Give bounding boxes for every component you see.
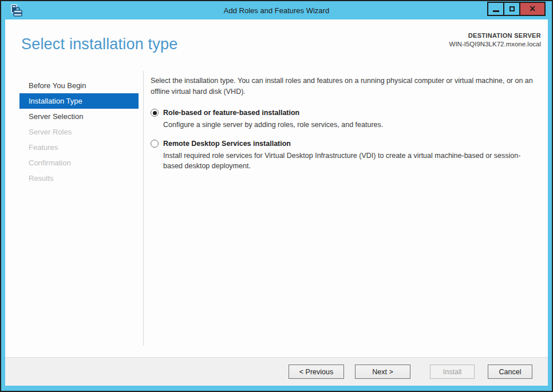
title-bar: Add Roles and Features Wizard × [5,1,548,19]
sidebar-item-installation-type[interactable]: Installation Type [19,93,139,109]
option-remote-desktop-description: Install required role services for Virtu… [163,151,536,171]
option-role-based: Role-based or feature-based installation… [151,109,536,130]
option-remote-desktop: Remote Desktop Services installation Ins… [151,140,536,171]
destination-server-block: DESTINATION SERVER WIN-I5QI9N3LK72.mxone… [449,30,541,47]
close-button[interactable]: × [519,2,546,16]
option-remote-desktop-label: Remote Desktop Services installation [163,140,291,148]
wizard-main: Before You Begin Installation Type Serve… [5,71,548,357]
minimize-button[interactable] [487,2,504,16]
install-button: Install [430,365,475,379]
cancel-button[interactable]: Cancel [488,365,532,379]
previous-button[interactable]: < Previous [289,365,344,379]
sidebar-item-server-selection[interactable]: Server Selection [19,109,139,124]
wizard-steps-sidebar: Before You Begin Installation Type Serve… [5,71,144,346]
radio-role-based[interactable] [151,109,159,117]
destination-server-name: WIN-I5QI9N3LK72.mxone.local [449,41,541,47]
server-manager-icon [9,3,23,18]
next-button[interactable]: Next > [355,365,410,379]
page-title: Select installation type [21,35,177,53]
step-content: Select the installation type. You can in… [144,71,548,357]
option-remote-desktop-row[interactable]: Remote Desktop Services installation [151,140,536,148]
window-title: Add Roles and Features Wizard [5,1,548,19]
maximize-icon [509,6,515,11]
sidebar-item-server-roles: Server Roles [19,124,139,140]
option-role-based-label: Role-based or feature-based installation [163,109,299,117]
destination-server-label: DESTINATION SERVER [449,32,541,39]
wizard-header: Select installation type DESTINATION SER… [5,19,548,71]
minimize-icon [493,10,499,12]
sidebar-item-features: Features [19,140,139,155]
step-intro-text: Select the installation type. You can in… [151,76,536,97]
radio-selected-dot [153,111,157,115]
close-icon: × [529,5,536,13]
radio-remote-desktop[interactable] [151,140,159,148]
wizard-footer: < Previous Next > Install Cancel [5,357,548,386]
sidebar-item-confirmation: Confirmation [19,155,139,171]
option-role-based-row[interactable]: Role-based or feature-based installation [151,109,536,117]
sidebar-item-results: Results [19,171,139,186]
window-controls: × [488,2,546,16]
sidebar-item-before-you-begin[interactable]: Before You Begin [19,78,139,93]
wizard-window: Add Roles and Features Wizard × Select i… [0,0,553,392]
option-role-based-description: Configure a single server by adding role… [163,120,536,130]
maximize-button[interactable] [503,2,520,16]
wizard-body: Select installation type DESTINATION SER… [5,19,548,386]
